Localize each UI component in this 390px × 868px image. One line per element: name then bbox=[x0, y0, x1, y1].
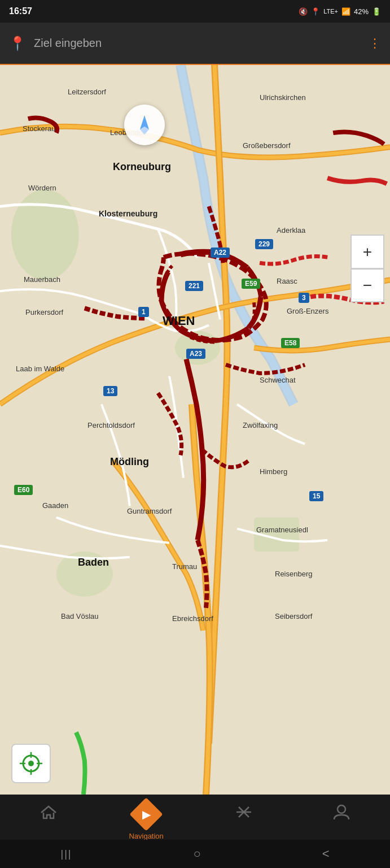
android-nav-bar: ||| ○ < bbox=[0, 840, 390, 868]
road-sign-a23: A23 bbox=[186, 349, 205, 359]
traffic-icon bbox=[234, 802, 253, 822]
road-sign-1: 1 bbox=[138, 307, 149, 317]
search-bar[interactable]: 📍 Ziel eingeben ⋮ bbox=[0, 23, 390, 65]
road-sign-15: 15 bbox=[309, 491, 323, 501]
more-options-icon[interactable]: ⋮ bbox=[369, 36, 381, 51]
nav-item-navigation[interactable]: ▶ Navigation bbox=[98, 802, 195, 840]
search-input[interactable]: Ziel eingeben bbox=[34, 37, 361, 50]
zoom-in-button[interactable]: + bbox=[350, 235, 384, 268]
status-icons: 🔇 📍 LTE+ 📶 42% 🔋 bbox=[299, 7, 381, 16]
android-recent-button[interactable]: ||| bbox=[60, 848, 72, 860]
status-bar: 16:57 🔇 📍 LTE+ 📶 42% 🔋 bbox=[0, 0, 390, 23]
compass-indicator[interactable] bbox=[124, 105, 165, 145]
map-svg bbox=[0, 65, 390, 795]
navigation-arrow-icon: ▶ bbox=[142, 808, 151, 821]
road-sign-221: 221 bbox=[185, 281, 203, 291]
zoom-controls: + − bbox=[350, 235, 384, 302]
nav-item-profile[interactable] bbox=[292, 802, 390, 822]
road-sign-e60: E60 bbox=[14, 485, 33, 495]
status-time: 16:57 bbox=[9, 6, 32, 16]
location-center-button[interactable] bbox=[11, 744, 51, 783]
nav-item-home[interactable] bbox=[0, 802, 98, 822]
mute-icon: 🔇 bbox=[299, 7, 308, 16]
navigation-diamond: ▶ bbox=[129, 797, 163, 831]
nav-item-traffic[interactable] bbox=[195, 802, 293, 822]
road-sign-13: 13 bbox=[103, 386, 117, 396]
signal-icon: 📶 bbox=[341, 7, 350, 16]
android-home-button[interactable]: ○ bbox=[193, 847, 200, 861]
svg-point-12 bbox=[338, 805, 345, 813]
map-container[interactable]: Leitzersdorf Ulrichskirchen Stockerau Le… bbox=[0, 65, 390, 795]
location-icon: 📍 bbox=[311, 7, 320, 16]
road-sign-e58: E58 bbox=[281, 338, 300, 348]
road-sign-3: 3 bbox=[299, 293, 309, 303]
profile-icon bbox=[332, 802, 351, 822]
battery-text: 42% bbox=[354, 7, 369, 16]
navigation-label: Navigation bbox=[129, 832, 163, 840]
location-pin-icon: 📍 bbox=[9, 36, 26, 51]
road-sign-229: 229 bbox=[255, 239, 273, 249]
zoom-out-button[interactable]: − bbox=[350, 268, 384, 302]
battery-icon: 🔋 bbox=[372, 7, 381, 16]
home-icon bbox=[39, 802, 58, 822]
svg-point-0 bbox=[11, 189, 79, 280]
svg-point-7 bbox=[28, 761, 34, 766]
road-sign-e59: E59 bbox=[242, 279, 260, 289]
road-sign-a22: A22 bbox=[211, 248, 230, 258]
android-back-button[interactable]: < bbox=[322, 847, 330, 861]
lte-icon: LTE+ bbox=[323, 8, 338, 15]
